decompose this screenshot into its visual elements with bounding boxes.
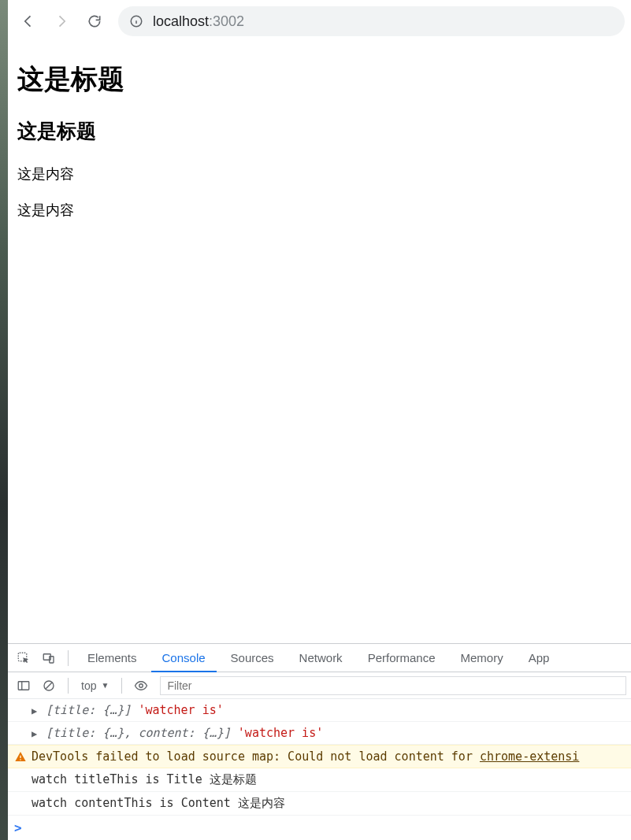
- console-object: [title: {…}]: [46, 703, 131, 717]
- page-paragraph-1: 这是内容: [17, 165, 622, 183]
- reload-icon: [87, 13, 102, 29]
- url-text: localhost:3002: [153, 13, 244, 30]
- prompt-chevron-icon: >: [14, 820, 22, 835]
- tab-application[interactable]: App: [518, 644, 561, 672]
- inspect-icon[interactable]: [13, 647, 35, 669]
- svg-point-10: [139, 683, 143, 687]
- expand-icon[interactable]: ▶: [32, 705, 37, 716]
- console-prompt[interactable]: >: [8, 816, 631, 840]
- svg-rect-12: [20, 759, 20, 760]
- live-expression-icon[interactable]: [130, 675, 152, 697]
- devtools-tabs: Elements Console Sources Network Perform…: [8, 644, 631, 672]
- arrow-left-icon: [20, 13, 36, 29]
- device-toggle-icon[interactable]: [38, 647, 60, 669]
- expand-icon[interactable]: ▶: [32, 728, 37, 739]
- svg-line-9: [46, 683, 52, 689]
- tab-console[interactable]: Console: [151, 645, 217, 672]
- tab-network[interactable]: Network: [288, 644, 354, 672]
- tab-performance[interactable]: Performance: [357, 644, 447, 672]
- browser-toolbar: localhost:3002: [8, 0, 631, 43]
- warning-text: DevTools failed to load source map: Coul…: [32, 749, 579, 764]
- console-row[interactable]: watch contentThis is Content 这是内容: [8, 792, 631, 816]
- svg-rect-6: [18, 681, 29, 690]
- console-object: [title: {…}, content: {…}]: [46, 726, 231, 740]
- arrow-right-icon: [54, 13, 69, 29]
- address-bar[interactable]: localhost:3002: [118, 6, 625, 36]
- console-toolbar: top ▼: [8, 672, 631, 699]
- page-h1: 这是标题: [17, 61, 622, 98]
- context-label: top: [81, 679, 96, 692]
- back-button[interactable]: [14, 7, 43, 35]
- warning-icon: [14, 750, 27, 766]
- tab-sources[interactable]: Sources: [220, 644, 285, 672]
- clear-console-icon[interactable]: [38, 675, 60, 697]
- page-paragraph-2: 这是内容: [17, 201, 622, 220]
- chevron-down-icon: ▼: [101, 681, 109, 690]
- console-row[interactable]: ▶ [title: {…}, content: {…}] 'watcher is…: [8, 722, 631, 745]
- desktop-background-sliver: [0, 0, 8, 840]
- console-row[interactable]: watch titleThis is Title 这是标题: [8, 768, 631, 792]
- separator: [68, 650, 69, 666]
- forward-button: [47, 7, 76, 35]
- page-content: 这是标题 这是标题 这是内容 这是内容: [8, 43, 631, 643]
- console-row[interactable]: ▶ [title: {…}] 'watcher is': [8, 699, 631, 722]
- tab-memory[interactable]: Memory: [450, 644, 514, 672]
- warning-link[interactable]: chrome-extensi: [480, 749, 579, 764]
- tab-elements[interactable]: Elements: [76, 644, 148, 672]
- devtools-panel: Elements Console Sources Network Perform…: [8, 643, 631, 840]
- reload-button[interactable]: [80, 7, 109, 35]
- console-log: watch contentThis is Content 这是内容: [32, 796, 285, 811]
- separator: [68, 678, 69, 694]
- context-selector[interactable]: top ▼: [76, 679, 113, 692]
- svg-rect-11: [20, 756, 20, 758]
- page-h2: 这是标题: [17, 118, 622, 144]
- console-string: 'watcher is': [138, 703, 223, 717]
- console-log: watch titleThis is Title 这是标题: [32, 772, 257, 787]
- console-output: ▶ [title: {…}] 'watcher is' ▶ [title: {……: [8, 699, 631, 840]
- toggle-sidebar-icon[interactable]: [13, 675, 35, 697]
- console-string: 'watcher is': [238, 726, 323, 740]
- site-info-icon[interactable]: [129, 14, 143, 28]
- console-warning-row[interactable]: DevTools failed to load source map: Coul…: [8, 745, 631, 768]
- separator: [121, 678, 122, 694]
- filter-input[interactable]: [160, 676, 626, 695]
